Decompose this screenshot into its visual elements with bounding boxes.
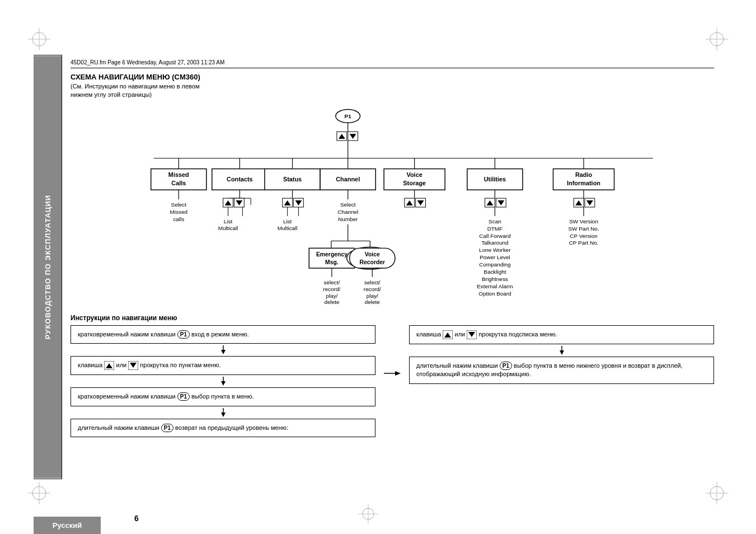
instr5-end: прокрутка подсписка меню.: [478, 331, 557, 338]
svg-text:Recorder: Recorder: [359, 259, 385, 265]
reg-mark-tl: [28, 28, 50, 52]
instr1-p1: P1: [177, 330, 190, 339]
instruction-4: длительный нажим клавиши P1 возврат на п…: [71, 419, 375, 437]
sidebar-text: РУКОВОДСТВО ПО ЭКСПЛУАТАЦИИ: [44, 195, 52, 339]
svg-text:Companding: Companding: [479, 261, 510, 268]
instr3-end: выбор пункта в меню.: [191, 393, 254, 400]
file-info: 45D02_RU.fm Page 6 Wednesday, August 27,…: [71, 59, 714, 68]
instr2-start: клавиша: [78, 362, 104, 368]
diagram-title: СХЕМА НАВИГАЦИИ МЕНЮ (CM360): [71, 73, 714, 81]
svg-text:Channel: Channel: [337, 209, 358, 215]
svg-text:SW Version: SW Version: [569, 218, 598, 224]
svg-text:List: List: [283, 218, 292, 224]
svg-text:Backlight: Backlight: [483, 269, 506, 275]
instr4-end: возврат на предыдущий уровень меню:: [175, 424, 288, 431]
svg-text:Emergency: Emergency: [316, 251, 348, 257]
svg-text:play/: play/: [326, 292, 337, 298]
svg-text:Multicall: Multicall: [218, 224, 238, 231]
svg-text:Channel: Channel: [336, 176, 360, 182]
diagram-subtitle: (См. Инструкции по навигации меню в лево…: [71, 82, 714, 100]
instr2-end: прокрутка по пунктам меню.: [140, 362, 220, 368]
svg-text:select/: select/: [324, 279, 340, 285]
instr5-start: клавиша: [416, 331, 443, 338]
instr6-p1: P1: [500, 362, 512, 370]
footer: Русский 6: [34, 479, 722, 534]
svg-marker-138: [395, 371, 401, 376]
svg-text:Option Board: Option Board: [478, 290, 511, 296]
horizontal-arrow: [384, 370, 401, 377]
svg-text:Storage: Storage: [403, 180, 426, 186]
svg-text:Select: Select: [340, 202, 356, 208]
svg-text:delete: delete: [324, 299, 339, 305]
instr2-mid: или: [116, 362, 129, 368]
svg-text:record/: record/: [323, 285, 341, 292]
instr6-text: длительный нажим клавиши: [416, 362, 500, 369]
instructions-right: клавиша или прокрутка подсписка меню. дл…: [409, 325, 714, 384]
svg-text:Power Level: Power Level: [480, 254, 510, 260]
svg-text:CP Version: CP Version: [570, 232, 597, 238]
main-content: 45D02_RU.fm Page 6 Wednesday, August 27,…: [62, 55, 722, 479]
svg-text:Select: Select: [171, 202, 187, 208]
instr4-text: длительный нажим клавиши: [78, 424, 161, 431]
navigation-diagram: P1: [71, 104, 714, 311]
footer-page: 6: [134, 514, 139, 523]
svg-text:Multicall: Multicall: [278, 224, 298, 231]
page: РУКОВОДСТВО ПО ЭКСПЛУАТАЦИИ 45D02_RU.fm …: [0, 0, 756, 534]
footer-lang: Русский: [34, 517, 101, 534]
instr3-text: кратковременный нажим клавиши: [78, 393, 177, 400]
instr4-p1: P1: [161, 424, 173, 432]
svg-text:Lone Worker: Lone Worker: [479, 247, 511, 253]
instructions-columns: кратковременный нажим клавиши P1 вход в …: [71, 325, 714, 437]
reg-mark-bc: [358, 504, 378, 526]
svg-text:Information: Information: [567, 180, 600, 186]
svg-text:select/: select/: [364, 279, 381, 285]
svg-text:calls: calls: [173, 216, 184, 222]
svg-text:record/: record/: [364, 285, 381, 292]
svg-text:delete: delete: [365, 299, 380, 305]
svg-text:play/: play/: [367, 292, 378, 298]
svg-text:Voice: Voice: [407, 171, 422, 178]
svg-text:Status: Status: [283, 176, 302, 182]
svg-text:List: List: [224, 218, 233, 224]
instruction-1: кратковременный нажим клавиши P1 вход в …: [71, 325, 375, 344]
svg-marker-134: [221, 381, 226, 386]
instr5-mid: или: [455, 331, 467, 338]
svg-text:Contacts: Contacts: [227, 176, 253, 182]
instruction-5: клавиша или прокрутка подсписка меню.: [409, 325, 714, 344]
instructions-left: кратковременный нажим клавиши P1 вход в …: [71, 325, 375, 437]
svg-text:SW Part No.: SW Part No.: [569, 225, 599, 231]
svg-text:Calls: Calls: [171, 180, 186, 186]
svg-text:Radio: Radio: [575, 171, 593, 178]
instructions-section: Инструкции по навигации меню кратковреме…: [71, 314, 714, 437]
reg-mark-tr: [706, 28, 728, 52]
arrow-1: [71, 345, 375, 354]
svg-text:Number: Number: [338, 216, 358, 222]
svg-text:DTMF: DTMF: [487, 225, 503, 231]
svg-text:Missed: Missed: [170, 209, 187, 215]
svg-marker-136: [221, 413, 226, 417]
svg-marker-128: [221, 350, 226, 354]
instr3-p1: P1: [177, 392, 190, 401]
instruction-3: кратковременный нажим клавиши P1 выбор п…: [71, 387, 375, 406]
svg-text:Talkaround: Talkaround: [481, 240, 508, 246]
svg-text:CP Part No.: CP Part No.: [569, 240, 599, 246]
svg-text:Call Forward: Call Forward: [479, 232, 510, 238]
sidebar: РУКОВОДСТВО ПО ЭКСПЛУАТАЦИИ: [34, 56, 62, 478]
instruction-6: длительный нажим клавиши P1 выбор пункта…: [409, 357, 714, 384]
arrow-2: [71, 377, 375, 386]
svg-text:External Alarm: External Alarm: [477, 283, 513, 289]
svg-text:Msg.: Msg.: [325, 259, 339, 265]
instructions-title: Инструкции по навигации меню: [71, 314, 714, 322]
svg-text:Utilities: Utilities: [484, 176, 506, 182]
instruction-2: клавиша или прокрутка по пунктам меню.: [71, 356, 375, 375]
svg-text:Missed: Missed: [168, 171, 189, 178]
arrow-3: [71, 408, 375, 417]
svg-marker-144: [560, 350, 564, 355]
svg-text:P1: P1: [345, 113, 352, 119]
instr1-text: кратковременный нажим клавиши: [78, 331, 177, 338]
diagram-svg: P1: [71, 104, 714, 311]
svg-text:Brightness: Brightness: [482, 276, 508, 282]
arrow-4: [409, 346, 714, 355]
instr1-end: вход в режим меню.: [191, 331, 249, 338]
svg-text:Scan: Scan: [489, 218, 501, 224]
